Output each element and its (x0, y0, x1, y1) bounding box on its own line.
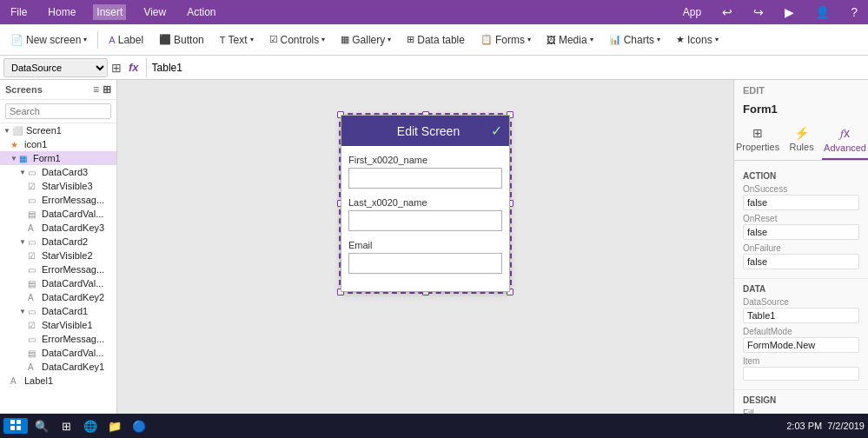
sidebar-search (0, 100, 116, 123)
explorer-taskbar[interactable]: 📁 (104, 415, 125, 436)
defaultmode-label: DefaultMode (743, 327, 859, 336)
icons-button[interactable]: ★ Icons ▾ (669, 30, 726, 50)
sidebar-item-errormsg3[interactable]: ▭ ErrorMessag... (0, 193, 116, 207)
sidebar-label-datacard2: DataCard2 (42, 236, 88, 247)
charts-icon: 📊 (609, 34, 621, 45)
tab-rules[interactable]: ⚡ Rules (781, 121, 822, 160)
sidebar-label-datacardval3: DataCardVal... (42, 209, 103, 219)
text-button[interactable]: T Text ▾ (213, 30, 261, 50)
sidebar-item-datacardval2[interactable]: ▤ DataCardVal... (0, 276, 116, 290)
datasource-value[interactable]: Table1 (743, 308, 859, 323)
forms-button[interactable]: 📋 Forms ▾ (474, 30, 538, 50)
sidebar-label-datacardval2: DataCardVal... (42, 278, 103, 289)
gallery-button[interactable]: ▦ Gallery ▾ (334, 30, 398, 50)
expand-formula-icon[interactable]: ⊞ (111, 61, 122, 75)
right-panel-tabs: ⊞ Properties ⚡ Rules 𝑓x Advanced (734, 121, 868, 161)
label-icon-2e: ▭ (28, 265, 40, 275)
advanced-icon: 𝑓x (840, 126, 850, 141)
sidebar-item-errormsg2[interactable]: ▭ ErrorMessag... (0, 262, 116, 276)
sidebar-item-datacard3[interactable]: ▼ ▭ DataCard3 (0, 165, 116, 179)
charts-button[interactable]: 📊 Charts ▾ (602, 30, 667, 50)
label-button[interactable]: A Label (102, 30, 150, 50)
controls-chevron: ▾ (321, 36, 325, 43)
button-button[interactable]: ⬛ Button (152, 30, 211, 50)
onreset-value[interactable]: false (743, 224, 859, 240)
sidebar-item-starvisible3[interactable]: ☑ StarVisible3 (0, 179, 116, 193)
screens-label: Screens (5, 84, 43, 95)
button-icon: ⬛ (159, 34, 171, 45)
chrome-taskbar[interactable]: 🔵 (129, 415, 149, 436)
sidebar-item-datacardkey2[interactable]: A DataCardKey2 (0, 290, 116, 304)
controls-button[interactable]: ☑ Controls ▾ (262, 30, 333, 50)
sidebar-item-datacardval3[interactable]: ▤ DataCardVal... (0, 207, 116, 221)
search-taskbar-icon: 🔍 (35, 420, 49, 433)
new-screen-button[interactable]: 📄 New screen ▾ (3, 30, 94, 50)
panel-prop-defaultmode: DefaultMode FormMode.New (743, 327, 859, 353)
sidebar-item-starvisible1[interactable]: ☑ StarVisible1 (0, 318, 116, 332)
taskview-icon: ⊞ (62, 420, 71, 433)
label-icon-3k: A (28, 223, 40, 233)
media-button[interactable]: 🖼 Media ▾ (540, 30, 600, 50)
search-taskbar[interactable]: 🔍 (31, 415, 52, 436)
menu-view[interactable]: View (140, 4, 169, 20)
data-table-icon: ⊞ (407, 34, 414, 45)
taskview-taskbar[interactable]: ⊞ (56, 415, 76, 436)
formula-input[interactable] (146, 58, 865, 77)
start-button[interactable] (3, 418, 28, 434)
svg-rect-1 (17, 420, 21, 424)
menu-insert[interactable]: Insert (93, 4, 126, 20)
screen-icon: ⬜ (12, 126, 24, 136)
toolbar-separator-1 (97, 31, 98, 49)
sidebar-item-form1[interactable]: ▼ ▦ Form1 (0, 151, 116, 165)
edge-icon: 🌐 (83, 420, 97, 433)
menu-home[interactable]: Home (44, 4, 79, 20)
form-field-lastname-input[interactable] (348, 210, 502, 231)
onfailure-value[interactable]: false (743, 254, 859, 269)
sidebar-item-errormsg1[interactable]: ▭ ErrorMessag... (0, 332, 116, 346)
onsuccess-value[interactable]: false (743, 195, 859, 210)
form-checkmark-icon[interactable]: ✓ (491, 123, 502, 139)
app-label: App (679, 4, 705, 20)
icons-chevron: ▾ (715, 36, 719, 43)
form-field-email-input[interactable] (348, 253, 502, 274)
canvas-area[interactable]: Edit Screen ✓ First_x0020_name Last_x002… (117, 80, 733, 431)
sidebar-item-datacard1[interactable]: ▼ ▭ DataCard1 (0, 304, 116, 318)
sidebar-add-icon[interactable]: ⊞ (103, 83, 111, 96)
property-dropdown[interactable]: DataSource (3, 58, 108, 77)
menu-file[interactable]: File (7, 4, 30, 20)
sidebar-label-form1: Form1 (33, 153, 61, 163)
undo-icon[interactable]: ↩ (719, 3, 736, 21)
sidebar-item-datacardkey1[interactable]: A DataCardKey1 (0, 360, 116, 374)
form-field-lastname-label: Last_x0020_name (348, 197, 502, 208)
form-field-email: Email (348, 240, 502, 274)
data-table-button[interactable]: ⊞ Data table (400, 30, 472, 50)
rules-icon: ⚡ (794, 126, 809, 140)
item-value[interactable] (743, 367, 859, 381)
defaultmode-value[interactable]: FormMode.New (743, 337, 859, 353)
edge-taskbar[interactable]: 🌐 (80, 415, 101, 436)
menu-action[interactable]: Action (183, 4, 219, 20)
sidebar-label-errormsg1: ErrorMessag... (42, 334, 104, 344)
tab-advanced-label: Advanced (824, 143, 866, 153)
sidebar-item-datacard2[interactable]: ▼ ▭ DataCard2 (0, 235, 116, 249)
redo-icon[interactable]: ↪ (750, 3, 767, 21)
svg-rect-3 (17, 426, 21, 430)
sidebar-list-icon[interactable]: ≡ (93, 83, 99, 96)
checkbox-icon-1: ☑ (28, 321, 40, 330)
sidebar-item-icon1[interactable]: ★ icon1 (0, 137, 116, 151)
sidebar-item-datacardval1[interactable]: ▤ DataCardVal... (0, 346, 116, 360)
sidebar-item-screen1[interactable]: ▼ ⬜ Screen1 (0, 123, 116, 137)
help-icon[interactable]: ? (847, 3, 861, 21)
sidebar-label-datacard3: DataCard3 (42, 167, 88, 177)
new-screen-icon: 📄 (10, 34, 23, 46)
form-field-firstname-input[interactable] (348, 168, 502, 189)
tab-advanced[interactable]: 𝑓x Advanced (822, 121, 868, 160)
user-icon[interactable]: 👤 (812, 3, 833, 21)
sidebar-item-datacardkey3[interactable]: A DataCardKey3 (0, 221, 116, 235)
sidebar-item-label1[interactable]: A Label1 (0, 374, 116, 388)
sidebar-item-starvisible2[interactable]: ☑ StarVisible2 (0, 249, 116, 262)
search-input[interactable] (5, 103, 111, 119)
tab-properties[interactable]: ⊞ Properties (734, 121, 781, 160)
play-icon[interactable]: ▶ (781, 3, 798, 21)
panel-prop-onsuccess: OnSuccess false (743, 184, 859, 210)
